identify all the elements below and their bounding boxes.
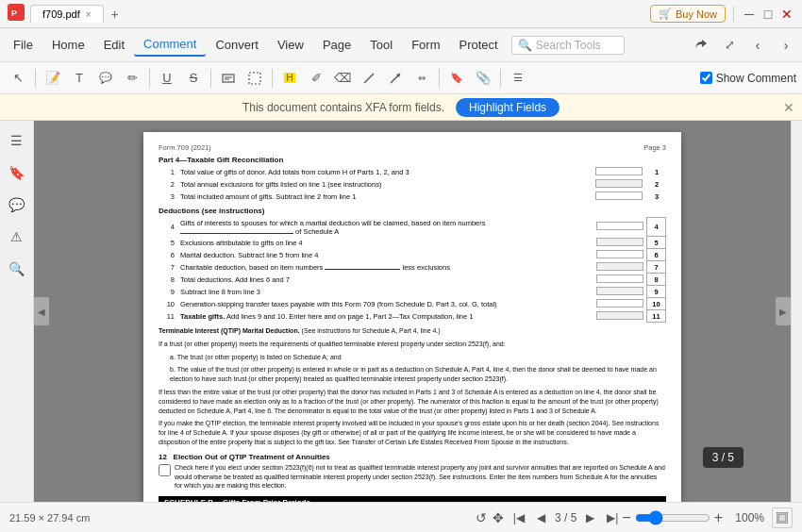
- field-box-2[interactable]: [595, 179, 643, 188]
- menu-bar: File Home Edit Comment Convert View Page…: [0, 28, 802, 62]
- show-comment-label: Show Comment: [716, 72, 796, 85]
- tab-close-icon[interactable]: ×: [86, 9, 92, 20]
- eraser-tool[interactable]: ⌫: [330, 66, 355, 91]
- next-page-button[interactable]: ▶: [580, 508, 599, 527]
- xfa-close-button[interactable]: ✕: [783, 100, 794, 115]
- sidebar-comment-icon[interactable]: 💬: [5, 192, 29, 217]
- deductions-table: 4 Gifts of interests to spouses for whic…: [159, 217, 666, 323]
- typewriter-tool[interactable]: ✏: [120, 66, 144, 91]
- show-markup-tool[interactable]: ☰: [506, 66, 530, 91]
- share-button[interactable]: [689, 33, 713, 58]
- nav-forward-button[interactable]: ›: [774, 33, 798, 58]
- page-badge: 3 / 5: [703, 447, 744, 468]
- area-tool[interactable]: [242, 66, 267, 91]
- sidebar-search-icon[interactable]: 🔍: [5, 257, 29, 281]
- hand-tool[interactable]: ✥: [493, 510, 504, 525]
- field-box-11[interactable]: [596, 311, 643, 320]
- left-sidebar: ☰ 🔖 💬 ⚠ 🔍: [0, 121, 34, 502]
- menu-edit[interactable]: Edit: [94, 34, 134, 56]
- close-button[interactable]: ✕: [779, 7, 794, 22]
- first-page-button[interactable]: |◀: [510, 508, 528, 527]
- zoom-out-button[interactable]: −: [622, 509, 630, 526]
- terminable-title-block: Terminable Interest (QTIP) Marital Deduc…: [159, 326, 666, 336]
- table-row: 9 Subtract line 8 from line 3 9: [159, 286, 666, 298]
- tab-title: f709.pdf: [42, 8, 80, 20]
- charitable-field[interactable]: [325, 269, 400, 270]
- field-box-8[interactable]: [596, 274, 643, 283]
- field-box-3[interactable]: [595, 191, 643, 200]
- line12-checkbox[interactable]: [159, 464, 171, 476]
- menu-view[interactable]: View: [268, 34, 313, 56]
- menu-home[interactable]: Home: [42, 34, 94, 56]
- text-box-tool[interactable]: [216, 66, 241, 91]
- menu-protect[interactable]: Protect: [449, 34, 507, 56]
- row-label-5: 5: [647, 237, 666, 249]
- menu-convert[interactable]: Convert: [206, 34, 268, 56]
- highlight-fields-button[interactable]: Highlight Fields: [456, 98, 560, 117]
- nav-back-button[interactable]: ‹: [745, 33, 770, 58]
- strikeout-tool[interactable]: S: [181, 66, 206, 91]
- highlight-tool[interactable]: H: [277, 66, 302, 91]
- maximize-button[interactable]: □: [760, 7, 776, 22]
- xfa-message: This document contains XFA form fields.: [242, 101, 444, 114]
- active-tab[interactable]: f709.pdf ×: [30, 5, 104, 23]
- minimize-button[interactable]: ─: [742, 7, 757, 22]
- pdf-viewer[interactable]: ◀ ▶ Form 709 (2021) Page 3 Part 4—Taxabl…: [34, 121, 791, 502]
- field-box-6[interactable]: [596, 250, 643, 258]
- rotate-tool[interactable]: ↺: [476, 510, 487, 525]
- separator-6: [500, 69, 501, 88]
- attach-tool[interactable]: 📎: [471, 66, 495, 91]
- item-numbers-field[interactable]: [180, 233, 293, 234]
- menu-page[interactable]: Page: [313, 34, 360, 56]
- zoom-in-button[interactable]: +: [714, 509, 723, 526]
- sidebar-alert-icon[interactable]: ⚠: [5, 224, 29, 249]
- scroll-right-arrow[interactable]: ▶: [776, 297, 791, 325]
- zoom-slider[interactable]: [635, 510, 710, 525]
- menu-comment[interactable]: Comment: [134, 33, 206, 57]
- line12-title: Election Out of QTIP Treatment of Annuit…: [174, 453, 330, 461]
- right-sidebar[interactable]: [791, 121, 802, 502]
- table-row: 3 Total included amount of gifts. Subtra…: [159, 191, 666, 203]
- sticky-note-tool[interactable]: 📝: [41, 66, 65, 91]
- menu-file[interactable]: File: [4, 34, 42, 56]
- underline-tool[interactable]: U: [155, 66, 179, 91]
- deductions-title: Deductions (see instructions): [159, 207, 666, 215]
- fit-page-button[interactable]: [772, 507, 793, 528]
- text-note-tool[interactable]: T: [67, 66, 92, 91]
- field-box-9[interactable]: [596, 287, 643, 295]
- expand-button[interactable]: ⤢: [717, 33, 742, 58]
- new-tab-button[interactable]: +: [104, 4, 126, 25]
- table-row: 4 Gifts of interests to spouses for whic…: [159, 218, 666, 237]
- show-comment-toggle[interactable]: Show Comment: [700, 72, 796, 85]
- field-box-4[interactable]: [596, 222, 643, 230]
- scroll-left-arrow[interactable]: ◀: [34, 297, 49, 325]
- separator-1: [35, 69, 36, 88]
- terminable-para3: If you make the QTIP election, the termi…: [159, 419, 666, 446]
- prev-page-button[interactable]: ◀: [532, 508, 551, 527]
- field-box-1[interactable]: [595, 167, 643, 175]
- menu-tool[interactable]: Tool: [360, 34, 402, 56]
- form-label: Form 709 (2021): [159, 143, 211, 152]
- cursor-tool[interactable]: ↖: [6, 66, 30, 91]
- stamp-tool[interactable]: 🔖: [444, 66, 469, 91]
- page-controls: |◀ ◀ 3 / 5 ▶ ▶|: [510, 508, 622, 527]
- sidebar-nav-icon[interactable]: ☰: [5, 128, 29, 153]
- menu-form[interactable]: Form: [402, 34, 449, 56]
- measure-tool[interactable]: ⇔: [409, 66, 434, 91]
- last-page-button[interactable]: ▶|: [603, 508, 622, 527]
- search-tools[interactable]: 🔍 Search Tools: [511, 36, 625, 55]
- buy-now-button[interactable]: 🛒 Buy Now: [650, 5, 726, 23]
- pencil-tool[interactable]: ✐: [304, 66, 328, 91]
- part4-title: Part 4—Taxable Gift Reconciliation: [159, 156, 666, 164]
- schedule-b-title: Gifts From Prior Periods: [223, 498, 310, 502]
- field-box-10[interactable]: [596, 299, 643, 308]
- line-tool[interactable]: [357, 66, 381, 91]
- sidebar-bookmark-icon[interactable]: 🔖: [5, 160, 29, 185]
- arrow-tool[interactable]: [383, 66, 408, 91]
- field-box-5[interactable]: [596, 238, 643, 246]
- show-comment-checkbox[interactable]: [700, 72, 712, 84]
- field-box-7[interactable]: [596, 262, 643, 271]
- table-row: 5 Exclusions attributable to gifts on li…: [159, 237, 666, 249]
- callout-tool[interactable]: 💬: [93, 66, 118, 91]
- status-bar: 21.59 × 27.94 cm ↺ ✥ |◀ ◀ 3 / 5 ▶ ▶| − +…: [0, 502, 802, 532]
